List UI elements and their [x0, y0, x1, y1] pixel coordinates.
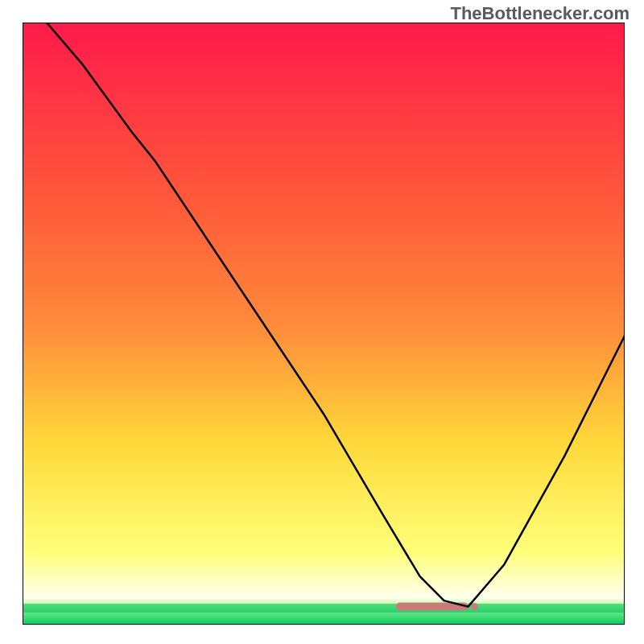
plot-area	[23, 23, 625, 625]
watermark-text: TheBottlenecker.com	[450, 3, 630, 24]
chart-container: TheBottlenecker.com	[0, 0, 644, 644]
chart-svg	[23, 23, 625, 625]
optimal-marker-dot	[471, 603, 478, 610]
green-band	[23, 604, 625, 613]
gradient-background	[23, 23, 625, 625]
